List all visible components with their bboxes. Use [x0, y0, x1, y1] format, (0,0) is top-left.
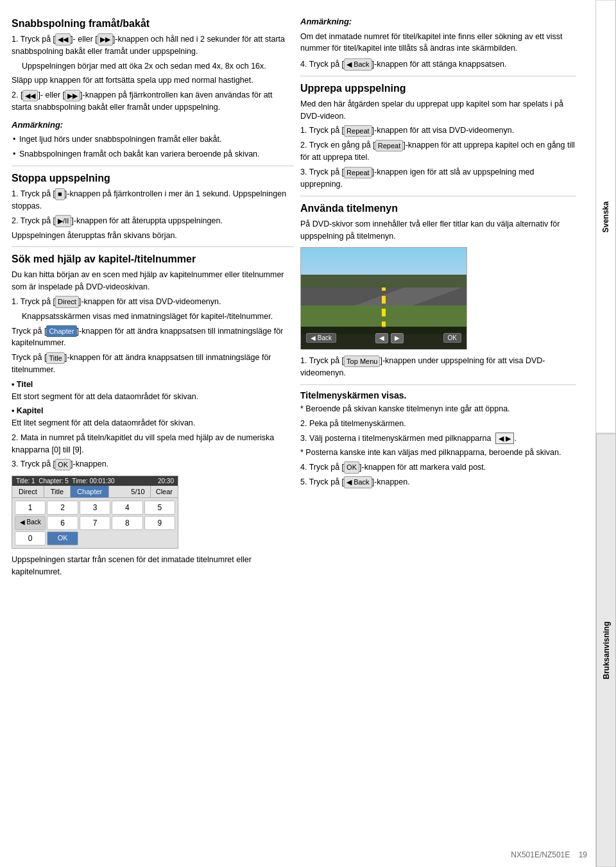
- numpad-0[interactable]: 0: [15, 531, 46, 545]
- nav-left-btn[interactable]: ◀: [375, 333, 388, 343]
- screen-time: 20:30: [158, 477, 174, 485]
- numpad-1[interactable]: 1: [15, 501, 46, 515]
- tab-chapter[interactable]: Chapter: [71, 486, 109, 497]
- dvd-nav: ◀ ▶: [375, 333, 404, 343]
- side-tab-svenska[interactable]: Svenska: [596, 0, 616, 434]
- nav-right-btn[interactable]: ▶: [391, 333, 404, 343]
- numpad-4[interactable]: 4: [112, 501, 142, 515]
- kapitel-label: • Kapitel Ett litet segment för att dela…: [12, 405, 294, 429]
- page-number: 19: [579, 850, 587, 859]
- sok-2: 2. Mata in numret på titeln/kapitlet du …: [12, 432, 294, 456]
- caption-text: Uppspelningen startar från scenen för de…: [12, 554, 294, 578]
- divider-right-3: [300, 384, 576, 385]
- dvd-ok-btn[interactable]: OK: [443, 333, 461, 343]
- upprepa-2: 2. Tryck en gång på [Repeat]-knappen för…: [300, 139, 576, 164]
- sok-1d: Tryck på [Title]-knappen för att ändra k…: [12, 352, 294, 376]
- tab-count: 5/10: [126, 486, 150, 497]
- ts-3: 3. Välj posterna i titelmenyskärmen med …: [300, 433, 576, 445]
- main-content: Snabbspolning framåt/bakåt 1. Tryck på […: [0, 0, 595, 867]
- section-stoppa: Stoppa uppspelning 1. Tryck på [■]-knapp…: [12, 173, 294, 241]
- divider-1: [12, 166, 294, 166]
- screen-tabs: Direct Title Chapter 5/10 Clear: [12, 486, 178, 498]
- numpad-8[interactable]: 8: [112, 516, 142, 530]
- note-block-right: Anmärkning: Om det inmatade numret för t…: [300, 15, 576, 55]
- note-block-1: Anmärkning: Inget ljud hörs under snabbs…: [12, 119, 294, 160]
- numpad-3[interactable]: 3: [80, 501, 110, 515]
- note-bullet-1: Inget ljud hörs under snabbspolningen fr…: [12, 133, 294, 146]
- para-3: Släpp upp knappen för att fortsätta spel…: [12, 74, 294, 87]
- sok-intro: Du kan hitta början av en scen med hjälp…: [12, 269, 294, 293]
- section-title-snabbspolning: Snabbspolning framåt/bakåt: [12, 18, 294, 30]
- left-column: Snabbspolning framåt/bakåt 1. Tryck på […: [12, 12, 294, 855]
- upprepa-3: 3. Tryck på [Repeat]-knappen igen för at…: [300, 166, 576, 191]
- numpad-5[interactable]: 5: [144, 501, 175, 515]
- divider-right-1: [300, 76, 576, 76]
- ts-1: * Beroende på skivan kanske titelmenyn i…: [300, 403, 576, 415]
- titelmeny-intro: På DVD-skivor som innehåller två eller f…: [300, 218, 576, 243]
- stoppa-3: Uppspelningen återupptas från skivans bö…: [12, 230, 294, 242]
- upprepa-1: 1. Tryck på [Repeat]-knappen för att vis…: [300, 124, 576, 137]
- screen-header-text: Title: 1 Chapter: 5 Time: 00:01:30: [16, 477, 115, 485]
- upprepa-intro: Med den här åtgärden spelar du upprepat …: [300, 98, 576, 123]
- side-tab-bruksanvisning[interactable]: Bruksanvisning: [596, 434, 616, 868]
- screen-header: Title: 1 Chapter: 5 Time: 00:01:30 20:30: [12, 476, 178, 486]
- ts-4: * Posterna kanske inte kan väljas med pi…: [300, 447, 576, 459]
- numpad-7[interactable]: 7: [80, 516, 110, 530]
- ts-2: 2. Peka på titelmenyskärmen.: [300, 418, 576, 430]
- numpad-2[interactable]: 2: [47, 501, 78, 515]
- right-column: Anmärkning: Om det inmatade numret för t…: [300, 12, 576, 855]
- divider-right-2: [300, 196, 576, 196]
- dvd-back-btn[interactable]: ◀ Back: [306, 333, 336, 343]
- side-tabs: Svenska Bruksanvisning: [595, 0, 616, 867]
- numpad: 1 2 3 4 5 ◀ Back 6 7 8 9 0 OK: [12, 498, 178, 548]
- section-title-upprepa: Upprepa uppspelning: [300, 83, 576, 94]
- para-2: Uppspelningen börjar med att öka 2x och …: [12, 60, 294, 73]
- section-snabbspolning: Snabbspolning framåt/bakåt 1. Tryck på […: [12, 18, 294, 114]
- stoppa-2: 2. Tryck på [▶/II]-knappen för att återu…: [12, 215, 294, 227]
- section-title-stoppa: Stoppa uppspelning: [12, 173, 294, 184]
- section-title-titelmeny: Använda titelmenyn: [300, 203, 576, 214]
- sok-1c: Tryck på [Chapter]-knappen för att ändra…: [12, 325, 294, 350]
- note-bullet-2: Snabbspolningen framåt och bakåt kan var…: [12, 148, 294, 160]
- sok-1: 1. Tryck på [Direct]-knappen för att vis…: [12, 296, 294, 308]
- item4: 4. Tryck på [◀ Back]-knappen för att stä…: [300, 58, 576, 71]
- numpad-back[interactable]: ◀ Back: [15, 516, 46, 530]
- footer: NX501E/NZ501E 19: [511, 850, 587, 859]
- dvd-screen-controls: ◀ Back ◀ ▶ OK: [301, 327, 466, 349]
- note-title-right: Anmärkning:: [300, 15, 576, 28]
- tab-direct[interactable]: Direct: [12, 486, 44, 497]
- divider-2: [12, 246, 294, 247]
- ts-5: 4. Tryck på [OK]-knappen för att markera…: [300, 461, 576, 474]
- tab-clear[interactable]: Clear: [150, 486, 178, 497]
- note-title-1: Anmärkning:: [12, 119, 294, 132]
- numpad-6[interactable]: 6: [47, 516, 78, 530]
- section-title-sok: Sök med hjälp av kapitel-/titelnummer: [12, 253, 294, 265]
- tab-title[interactable]: Title: [44, 486, 71, 497]
- after-screen-1: 1. Tryck på [Top Menu]-knappen under upp…: [300, 355, 576, 379]
- para-4: 2. [◀◀]- eller [▶▶]-knappen på fjärrkont…: [12, 89, 294, 114]
- ts-6: 5. Tryck på [◀ Back]-knappen.: [300, 476, 576, 488]
- section-sok: Sök med hjälp av kapitel-/titelnummer Du…: [12, 253, 294, 470]
- section-titelmeny: Använda titelmenyn På DVD-skivor som inn…: [300, 203, 576, 243]
- para-1: 1. Tryck på [◀◀]- eller [▶▶]-knappen och…: [12, 33, 294, 58]
- section-titelmeny-screen: Titelmenyskärmen visas. * Beroende på sk…: [300, 390, 576, 488]
- sok-1b: Knappsatsskärmen visas med inmatningsläg…: [12, 311, 294, 323]
- input-screen: Title: 1 Chapter: 5 Time: 00:01:30 20:30…: [12, 476, 178, 549]
- section-upprepa: Upprepa uppspelning Med den här åtgärden…: [300, 83, 576, 191]
- note-text-right: Om det inmatade numret för titel/kapitel…: [300, 31, 576, 55]
- dvd-screen-image: ◀ Back ◀ ▶ OK: [300, 247, 467, 350]
- numpad-ok[interactable]: OK: [47, 531, 78, 545]
- sok-3: 3. Tryck på [OK]-knappen.: [12, 458, 294, 470]
- titel-label: • Titel Ett stort segment för att dela d…: [12, 379, 294, 403]
- numpad-9[interactable]: 9: [144, 516, 175, 530]
- stoppa-1: 1. Tryck på [■]-knappen på fjärrkontroll…: [12, 188, 294, 212]
- product-code: NX501E/NZ501E: [511, 850, 570, 859]
- titelmeny-screen-title: Titelmenyskärmen visas.: [300, 390, 576, 400]
- page-container: Snabbspolning framåt/bakåt 1. Tryck på […: [0, 0, 616, 867]
